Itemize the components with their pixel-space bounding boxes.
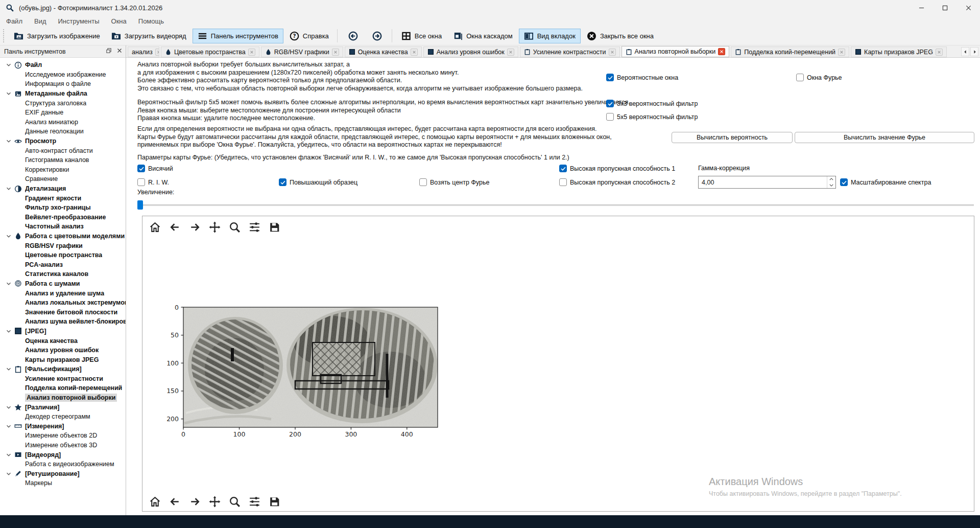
checkbox-box-icon[interactable] [606, 100, 614, 107]
sidebar-item-26[interactable]: Значение битовой плоскости [0, 307, 126, 317]
checkbox-fourier-center[interactable]: Возять центр Фурье [419, 178, 489, 187]
sidebar-item-42[interactable]: Работа с видеоизображением [0, 460, 126, 469]
checkbox-upsampling[interactable]: Повышающий образец [279, 178, 357, 187]
sidebar-item-11[interactable]: Корректировки [0, 165, 126, 175]
menu-item-1[interactable]: Вид [34, 17, 46, 25]
tab-1[interactable]: Цветовые пространства [161, 47, 259, 57]
sidebar-item-33[interactable]: Усиление контрастности [0, 374, 126, 384]
tab-0[interactable]: анализ [128, 47, 159, 57]
menu-item-2[interactable]: Инструменты [58, 17, 100, 25]
sidebar-item-12[interactable]: Сравнение [0, 174, 126, 184]
sidebar-section-38[interactable]: [Измерения] [0, 422, 126, 431]
mpl-forward-icon[interactable] [188, 221, 201, 234]
mpl-back-icon[interactable] [169, 221, 181, 234]
load-video-button[interactable]: Загрузить видеоряд [106, 29, 192, 43]
chevron-down-icon[interactable] [5, 451, 12, 458]
spin-down-icon[interactable] [827, 182, 835, 189]
tab-3[interactable]: Оценка качества [345, 47, 422, 57]
mpl-back-icon[interactable] [169, 495, 181, 508]
chevron-down-icon[interactable] [5, 404, 12, 411]
tab-close-icon[interactable] [838, 49, 845, 56]
close-panel-icon[interactable] [116, 47, 123, 56]
checkbox-probability-windows[interactable]: Вероятностные окна [606, 73, 678, 82]
sidebar-item-6[interactable]: Анализ миниатюр [0, 118, 126, 127]
tab-close-icon[interactable] [609, 49, 616, 56]
close-all-windows-button[interactable]: Закрыть все окна [582, 29, 659, 43]
nav-back-button[interactable] [342, 29, 365, 43]
tab-2[interactable]: RGB/HSV графики [261, 47, 343, 57]
sidebar-item-21[interactable]: PCA-анализ [0, 260, 126, 269]
sidebar-item-44[interactable]: Маркеры [0, 478, 126, 488]
sidebar-item-29[interactable]: Оценка качества [0, 336, 126, 346]
sidebar-section-32[interactable]: [Фальсификация] [0, 364, 126, 374]
float-panel-icon[interactable] [105, 47, 112, 56]
tab-scroll-left-icon[interactable] [961, 47, 969, 56]
load-image-button[interactable]: Загрузить изображение [9, 29, 105, 43]
tab-5[interactable]: Усиление контрастности [520, 47, 620, 57]
checkbox-box-icon[interactable] [606, 113, 614, 121]
sidebar-section-18[interactable]: Работа с цветовыми моделями [0, 232, 126, 241]
mpl-home-icon[interactable] [149, 495, 161, 508]
checkbox-highpass-1[interactable]: Высокая пропускная способность 1 [559, 164, 675, 173]
menu-item-0[interactable]: Файл [6, 17, 22, 25]
all-windows-button[interactable]: Все окна [396, 29, 447, 43]
sidebar-section-36[interactable]: [Различия] [0, 402, 126, 412]
sidebar-item-22[interactable]: Статистика каналов [0, 269, 126, 279]
sidebar-item-27[interactable]: Анализ шума вейвлет-блокировк... [0, 317, 126, 327]
compute-probability-button[interactable]: Вычислить вероятность [672, 132, 793, 143]
zoom-slider-handle[interactable] [137, 200, 143, 210]
tab-close-icon[interactable] [332, 49, 339, 56]
chevron-down-icon[interactable] [5, 328, 12, 335]
tools-panel-button[interactable]: Панель инструментов [193, 29, 283, 43]
checkbox-hanging[interactable]: Висячий [137, 164, 173, 173]
shoe-print-figure[interactable]: 0 100 200 300 400 0 50 100 150 20 [158, 298, 464, 462]
checkbox-box-icon[interactable] [279, 178, 286, 186]
sidebar-section-28[interactable]: [JPEG] [0, 327, 126, 336]
spin-up-icon[interactable] [827, 176, 835, 182]
mpl-save-icon[interactable] [268, 495, 281, 508]
gamma-spinbox[interactable]: 4,00 [698, 176, 836, 189]
gamma-value[interactable]: 4,00 [699, 176, 827, 188]
checkbox-box-icon[interactable] [559, 178, 567, 186]
sidebar-item-37[interactable]: Декодер стереограмм [0, 412, 126, 422]
sidebar-section-3[interactable]: Метаданные файла [0, 89, 126, 99]
sidebar-item-25[interactable]: Анализ локальных экстремумов [0, 298, 126, 308]
checkbox-3x3-filter[interactable]: 3х3 вероятностный фильтр [606, 99, 698, 108]
mpl-forward-icon[interactable] [188, 495, 201, 508]
chevron-down-icon[interactable] [5, 137, 12, 145]
checkbox-box-icon[interactable] [137, 178, 145, 186]
sidebar-item-20[interactable]: Цветовые пространства [0, 250, 126, 260]
mpl-sliders-icon[interactable] [248, 221, 261, 234]
sidebar-item-35[interactable]: Анализ повторной выборки [0, 393, 126, 403]
checkbox-box-icon[interactable] [606, 74, 614, 81]
checkbox-5x5-filter[interactable]: 5х5 вероятностный фильтр [606, 112, 698, 121]
tab-8[interactable]: Карты призраков JPEG [851, 47, 947, 57]
sidebar-item-39[interactable]: Измерение объектов 2D [0, 431, 126, 441]
checkbox-box-icon[interactable] [419, 178, 427, 186]
menu-item-4[interactable]: Помощь [138, 17, 164, 25]
sidebar-item-30[interactable]: Анализ уровня ошибок [0, 346, 126, 355]
sidebar-section-8[interactable]: Просмотр [0, 136, 126, 146]
tab-close-icon[interactable] [936, 49, 943, 56]
chevron-down-icon[interactable] [5, 233, 12, 240]
chevron-down-icon[interactable] [5, 90, 12, 97]
sidebar-item-14[interactable]: Градиент яркости [0, 193, 126, 203]
compute-fourier-button[interactable]: Вычислить значение Фурье [795, 132, 974, 143]
tab-4[interactable]: Анализ уровня ошибок [423, 47, 518, 57]
sidebar-item-5[interactable]: EXIF данные [0, 108, 126, 118]
chevron-down-icon[interactable] [5, 423, 12, 430]
cascade-windows-button[interactable]: Окна каскадом [448, 29, 517, 43]
sidebar-section-13[interactable]: Детализация [0, 184, 126, 194]
sidebar-item-19[interactable]: RGB/HSV графики [0, 241, 126, 250]
tab-close-icon[interactable] [411, 49, 418, 56]
nav-forward-button[interactable] [366, 29, 389, 43]
help-button[interactable]: Справка [284, 29, 334, 43]
checkbox-spectrum-scaling[interactable]: Масштабирование спектра [840, 178, 931, 187]
mpl-sliders-icon[interactable] [248, 495, 261, 508]
menu-item-3[interactable]: Окна [111, 17, 127, 25]
tab-scroll-right-icon[interactable] [970, 47, 978, 56]
sidebar-item-15[interactable]: Фильтр эхо-границы [0, 203, 126, 213]
tab-view-button[interactable]: Вид вкладок [519, 29, 581, 43]
sidebar-item-16[interactable]: Вейвлет-преобразование [0, 213, 126, 222]
checkbox-box-icon[interactable] [559, 165, 567, 172]
